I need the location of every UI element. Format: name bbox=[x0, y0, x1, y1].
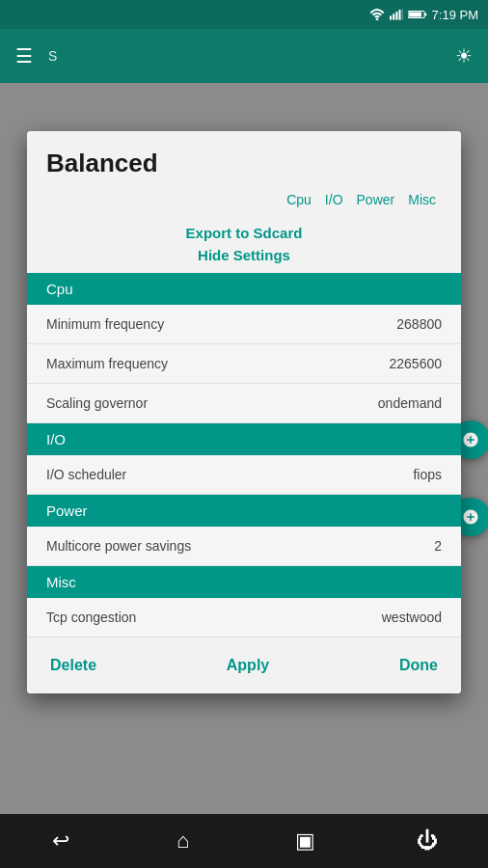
status-bar: 7:19 PM bbox=[0, 0, 488, 29]
power-nav-icon[interactable]: ⏻ bbox=[404, 818, 450, 864]
apply-button[interactable]: Apply bbox=[223, 651, 273, 680]
multicore-label: Multicore power savings bbox=[46, 538, 191, 554]
max-freq-value: 2265600 bbox=[389, 356, 442, 371]
tab-power[interactable]: Power bbox=[357, 190, 395, 209]
scaling-gov-label: Scaling governor bbox=[46, 395, 148, 411]
multicore-value: 2 bbox=[434, 538, 442, 554]
tab-cpu[interactable]: Cpu bbox=[286, 190, 312, 209]
recent-nav-icon[interactable]: ▣ bbox=[282, 818, 328, 864]
section-header-misc: Misc bbox=[27, 566, 461, 598]
scaling-gov-value: ondemand bbox=[378, 395, 442, 411]
brightness-icon[interactable]: ☀ bbox=[455, 44, 473, 68]
min-freq-value: 268800 bbox=[396, 316, 442, 332]
setting-multicore[interactable]: Multicore power savings 2 bbox=[27, 527, 461, 566]
svg-rect-1 bbox=[390, 15, 392, 19]
setting-min-freq[interactable]: Minimum frequency 268800 bbox=[27, 305, 461, 344]
setting-tcp-congestion[interactable]: Tcp congestion westwood bbox=[27, 598, 461, 637]
setting-io-scheduler[interactable]: I/O scheduler fiops bbox=[27, 455, 461, 495]
max-freq-label: Maximum frequency bbox=[46, 356, 168, 371]
home-nav-icon[interactable]: ⌂ bbox=[160, 818, 206, 864]
io-scheduler-label: I/O scheduler bbox=[46, 467, 126, 482]
status-time: 7:19 PM bbox=[432, 8, 478, 22]
svg-rect-2 bbox=[393, 14, 394, 19]
back-nav-icon[interactable]: ↩ bbox=[38, 818, 84, 864]
modal-title: Balanced bbox=[46, 149, 442, 178]
signal-icon bbox=[390, 9, 403, 20]
delete-button[interactable]: Delete bbox=[46, 651, 100, 680]
setting-max-freq[interactable]: Maximum frequency 2265600 bbox=[27, 344, 461, 384]
menu-icon[interactable]: ☰ bbox=[15, 44, 33, 68]
nav-bar: ↩ ⌂ ▣ ⏻ bbox=[0, 814, 488, 868]
status-icons: 7:19 PM bbox=[369, 8, 478, 22]
tcp-congestion-value: westwood bbox=[382, 610, 442, 625]
tab-io[interactable]: I/O bbox=[325, 190, 343, 209]
modal-footer: Delete Apply Done bbox=[27, 637, 461, 693]
wifi-icon bbox=[369, 9, 385, 20]
svg-rect-8 bbox=[409, 13, 421, 17]
modal-tabs: Cpu I/O Power Misc bbox=[46, 190, 442, 219]
modal-actions: Export to Sdcard Hide Settings bbox=[46, 219, 442, 273]
modal-header: Balanced Cpu I/O Power Misc Export to Sd… bbox=[27, 131, 461, 273]
min-freq-label: Minimum frequency bbox=[46, 316, 164, 332]
done-button[interactable]: Done bbox=[395, 651, 442, 680]
section-header-cpu: Cpu bbox=[27, 273, 461, 305]
io-scheduler-value: fiops bbox=[413, 467, 442, 482]
app-bar: ☰ S ☀ bbox=[0, 29, 488, 83]
section-header-power: Power bbox=[27, 495, 461, 527]
tab-misc[interactable]: Misc bbox=[408, 190, 436, 209]
setting-scaling-gov[interactable]: Scaling governor ondemand bbox=[27, 384, 461, 423]
svg-rect-7 bbox=[424, 14, 426, 16]
background-content: Balanced Cpu I/O Power Misc Export to Sd… bbox=[0, 83, 488, 868]
svg-rect-3 bbox=[395, 12, 397, 19]
svg-rect-4 bbox=[398, 10, 400, 20]
export-sdcard-link[interactable]: Export to Sdcard bbox=[186, 225, 303, 241]
svg-rect-5 bbox=[401, 9, 402, 19]
section-header-io: I/O bbox=[27, 423, 461, 455]
modal-content: Cpu Minimum frequency 268800 Maximum fre… bbox=[27, 273, 461, 637]
app-bar-search-text: S bbox=[48, 48, 57, 64]
svg-point-0 bbox=[375, 18, 378, 20]
hide-settings-link[interactable]: Hide Settings bbox=[198, 247, 290, 263]
tcp-congestion-label: Tcp congestion bbox=[46, 610, 136, 625]
modal-dialog: Balanced Cpu I/O Power Misc Export to Sd… bbox=[27, 131, 461, 693]
battery-icon bbox=[408, 9, 427, 20]
